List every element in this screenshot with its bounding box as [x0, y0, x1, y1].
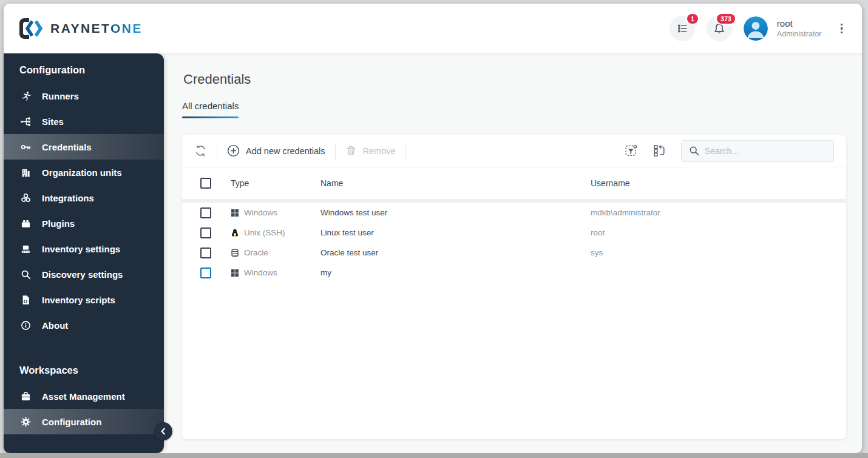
row-checkbox[interactable]	[200, 248, 211, 258]
brand-name: RAYNETONE	[50, 21, 143, 36]
plugin-icon	[19, 218, 32, 229]
active-tab-underline	[182, 116, 239, 119]
building-icon	[19, 167, 32, 178]
queue-count-badge: 1	[686, 13, 699, 25]
toolbar-divider	[405, 143, 406, 159]
table-row[interactable]: Oracle Oracle test user sys	[182, 243, 846, 263]
script-icon	[19, 295, 32, 305]
table-row[interactable]: Windows my	[182, 263, 846, 283]
search-input[interactable]	[705, 146, 826, 156]
top-bar: RAYNETONE 1 373	[4, 4, 862, 53]
sidebar-item-configuration-workspace[interactable]: Configuration	[4, 409, 164, 434]
sidebar: Configuration Runners	[4, 53, 164, 453]
search-box	[681, 140, 834, 162]
window-bottom-edge	[0, 453, 868, 458]
sidebar-item-label: Plugins	[42, 218, 75, 229]
sidebar-item-inventory-settings[interactable]: Inventory settings	[4, 236, 164, 261]
sidebar-item-label: Asset Management	[42, 391, 125, 402]
magnifier-icon	[19, 269, 32, 280]
column-header-username: Username	[591, 178, 846, 188]
credential-type: Windows	[244, 268, 277, 277]
sidebar-item-label: Runners	[42, 91, 79, 101]
sidebar-item-label: Integrations	[42, 193, 94, 203]
sidebar-item-sites[interactable]: Sites	[4, 109, 164, 134]
credential-username: root	[591, 228, 846, 237]
windows-icon	[231, 209, 239, 217]
table-row[interactable]: Unix (SSH) Linux test user root	[182, 223, 846, 243]
runner-icon	[19, 91, 32, 101]
sidebar-item-label: Inventory settings	[42, 244, 120, 254]
chevron-left-icon	[159, 427, 168, 436]
credential-name: Linux test user	[320, 228, 591, 237]
tab-all-credentials[interactable]: All credentials	[182, 101, 239, 118]
sidebar-item-label: Discovery settings	[42, 269, 123, 280]
row-checkbox[interactable]	[200, 227, 211, 238]
user-avatar[interactable]	[744, 16, 768, 41]
kebab-icon	[841, 24, 843, 26]
sidebar-item-discovery-settings[interactable]: Discovery settings	[4, 261, 164, 287]
sidebar-item-about[interactable]: About	[4, 312, 164, 338]
main-content: Credentials All credentials	[164, 53, 862, 453]
add-new-credentials-button[interactable]: Add new credentials	[227, 144, 325, 157]
tab-label: All credentials	[182, 101, 239, 111]
toolbar-divider	[217, 143, 217, 159]
page-title: Credentials	[183, 72, 846, 87]
conveyor-icon	[19, 244, 32, 254]
trash-icon	[345, 145, 357, 157]
notification-count-badge: 373	[716, 13, 736, 25]
more-menu-button[interactable]	[837, 20, 847, 38]
sidebar-item-label: Credentials	[42, 142, 92, 152]
refresh-button[interactable]	[194, 144, 207, 157]
app-window: RAYNETONE 1 373	[4, 4, 862, 453]
sidebar-section-workspaces: Workspaces	[4, 338, 164, 383]
brand-logo: RAYNETONE	[19, 18, 143, 39]
credential-type: Windows	[244, 208, 277, 217]
credential-name: my	[320, 268, 591, 277]
credential-username: sys	[591, 248, 846, 257]
credentials-card: Add new credentials Remove	[182, 135, 846, 439]
remove-button[interactable]: Remove	[345, 145, 396, 157]
saved-filter-button[interactable]	[624, 144, 638, 158]
row-checkbox[interactable]	[200, 207, 211, 218]
toolbar-divider	[335, 143, 336, 159]
sidebar-section-configuration: Configuration	[4, 53, 164, 83]
add-button-label: Add new credentials	[246, 146, 325, 156]
table-empty-area	[182, 283, 846, 439]
gear-icon	[19, 417, 32, 427]
sidebar-item-plugins[interactable]: Plugins	[4, 210, 164, 236]
sidebar-item-label: Sites	[42, 116, 64, 127]
select-all-checkbox[interactable]	[200, 178, 211, 189]
credential-name: Oracle test user	[320, 248, 591, 257]
sidebar-item-credentials[interactable]: Credentials	[4, 134, 164, 160]
sidebar-item-integrations[interactable]: Integrations	[4, 185, 164, 210]
sidebar-item-organization-units[interactable]: Organization units	[4, 160, 164, 185]
column-header-type: Type	[231, 178, 320, 188]
sidebar-item-runners[interactable]: Runners	[4, 83, 164, 109]
briefcase-icon	[19, 391, 32, 402]
column-chooser-button[interactable]	[653, 144, 666, 158]
row-checkbox[interactable]	[200, 268, 211, 278]
search-icon	[689, 146, 699, 156]
sidebar-collapse-button[interactable]	[154, 422, 172, 440]
integrations-icon	[19, 193, 32, 203]
info-icon	[19, 320, 32, 331]
bell-icon	[714, 23, 725, 34]
notifications-button[interactable]: 373	[707, 16, 732, 41]
sidebar-item-asset-management[interactable]: Asset Management	[4, 383, 164, 409]
credential-type: Oracle	[244, 248, 268, 257]
tab-bar: All credentials	[182, 101, 846, 118]
table-row[interactable]: Windows Windows test user mdkb\administr…	[182, 203, 846, 223]
sidebar-item-label: Inventory scripts	[42, 295, 115, 305]
key-icon	[19, 142, 32, 152]
database-icon	[231, 249, 239, 257]
remove-button-label: Remove	[363, 146, 396, 156]
brand-logo-icon	[19, 18, 44, 39]
sidebar-item-inventory-scripts[interactable]: Inventory scripts	[4, 287, 164, 312]
sidebar-item-label: Organization units	[42, 167, 122, 178]
sidebar-item-label: Configuration	[42, 417, 101, 427]
task-queue-button[interactable]: 1	[670, 16, 695, 41]
table-header: Type Name Username	[182, 167, 846, 199]
linux-icon	[231, 229, 239, 237]
user-role: Administrator	[777, 30, 822, 39]
sites-icon	[19, 116, 32, 127]
